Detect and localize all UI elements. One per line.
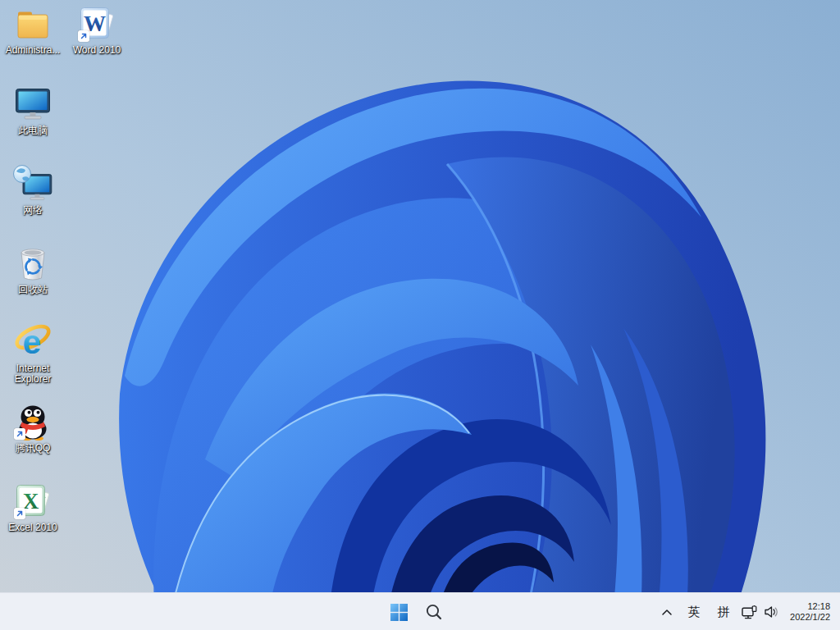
folder-icon (13, 3, 52, 43)
icon-label: Internet Explorer (2, 363, 64, 385)
shortcut-arrow-icon (14, 508, 25, 519)
word-icon: W (77, 3, 116, 43)
start-button[interactable] (382, 596, 415, 628)
shortcut-arrow-icon (78, 30, 89, 42)
speaker-icon (764, 605, 779, 619)
icon-label: 回收站 (18, 285, 48, 295)
computer-icon (13, 84, 52, 123)
search-button[interactable] (418, 596, 450, 628)
ie-letter: e (23, 323, 42, 361)
taskbar: 英 拼 12:18 2022/1/22 (0, 592, 840, 630)
search-icon (425, 603, 443, 621)
desktop[interactable]: Administra... W Word 2010 (0, 0, 840, 592)
desktop-icon-this-pc[interactable]: 此电脑 (1, 84, 65, 136)
tray-chevron-button[interactable] (655, 596, 679, 628)
recycle-bin-icon (13, 243, 52, 282)
clock-time: 12:18 (790, 601, 830, 613)
desktop-icon-administrator-folder[interactable]: Administra... (1, 3, 65, 56)
icon-label: Word 2010 (73, 45, 121, 56)
excel-icon: X (13, 481, 52, 520)
network-status-button[interactable] (738, 596, 760, 628)
desktop-icon-tencent-qq[interactable]: 腾讯QQ (1, 401, 65, 454)
taskbar-center-group (382, 595, 450, 629)
clock[interactable]: 12:18 2022/1/22 (790, 601, 830, 623)
network-desktop-icon (13, 163, 52, 203)
desktop-icon-network[interactable]: 网络 (1, 163, 65, 216)
icon-label: 此电脑 (18, 126, 48, 136)
desktop-icon-word-2010[interactable]: W Word 2010 (65, 3, 129, 56)
icon-label: 网络 (23, 205, 43, 216)
system-tray: 英 拼 12:18 2022/1/22 (655, 595, 840, 629)
desktop-icon-recycle-bin[interactable]: 回收站 (1, 243, 65, 295)
ime-language-button[interactable]: 英 (679, 596, 709, 628)
desktop-icon-internet-explorer[interactable]: e Internet Explorer (1, 322, 65, 385)
icon-label: Excel 2010 (8, 523, 57, 533)
wired-network-icon (742, 605, 758, 619)
internet-explorer-icon: e (13, 322, 52, 361)
volume-button[interactable] (760, 596, 783, 628)
desktop-icon-excel-2010[interactable]: X Excel 2010 (1, 481, 65, 533)
shortcut-arrow-icon (14, 428, 25, 440)
chevron-up-icon (661, 608, 673, 617)
windows-logo-icon (390, 604, 408, 621)
qq-penguin-icon (13, 401, 52, 441)
clock-date: 2022/1/22 (790, 612, 830, 623)
icon-label: Administra... (6, 45, 61, 56)
ime-mode-button[interactable]: 拼 (709, 596, 738, 628)
icon-label: 腾讯QQ (16, 443, 51, 454)
